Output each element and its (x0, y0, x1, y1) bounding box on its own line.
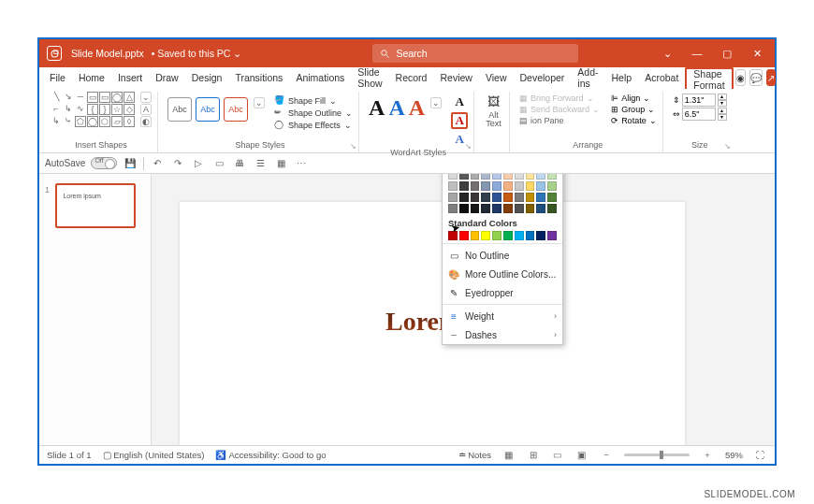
wordart-launcher[interactable]: ↘ (465, 142, 472, 151)
rotate-button[interactable]: ⟳Rotate ⌄ (611, 116, 657, 125)
color-swatch[interactable] (481, 204, 490, 213)
width-input[interactable] (682, 108, 716, 121)
color-swatch[interactable] (526, 231, 535, 240)
dashes-item[interactable]: ┄Dashes› (443, 325, 562, 344)
tab-insert[interactable]: Insert (111, 67, 149, 88)
qat-more[interactable]: ⋯ (294, 156, 309, 171)
eyedropper-item[interactable]: ✎Eyedropper (443, 283, 562, 302)
zoom-level[interactable]: 59% (725, 450, 743, 460)
selection-pane-button[interactable]: ▤ion Pane (519, 116, 600, 125)
reading-view-button[interactable]: ▭ (551, 449, 564, 462)
color-swatch[interactable] (515, 181, 524, 191)
color-swatch[interactable] (526, 174, 535, 180)
color-swatch[interactable] (547, 193, 557, 202)
tab-design[interactable]: Design (185, 67, 229, 88)
wordart-more[interactable]: ⌄ (430, 97, 442, 108)
autosave-toggle[interactable]: Off (91, 157, 117, 169)
color-swatch[interactable] (515, 193, 524, 202)
zoom-slider[interactable] (624, 454, 690, 456)
fit-to-window-button[interactable]: ⛶ (754, 449, 767, 462)
touch-mode-button[interactable]: ☰ (253, 156, 268, 171)
color-swatch[interactable] (448, 204, 458, 213)
redo-button[interactable]: ↷ (170, 156, 185, 171)
color-swatch[interactable] (536, 231, 545, 240)
color-swatch[interactable] (536, 181, 545, 191)
tab-slide-show[interactable]: Slide Show (351, 67, 388, 88)
tab-home[interactable]: Home (72, 67, 111, 88)
color-swatch[interactable] (481, 181, 490, 191)
align-button[interactable]: ⊫Align ⌄ (611, 94, 657, 103)
tab-transitions[interactable]: Transitions (228, 67, 289, 88)
shape-outline-button[interactable]: ✏Shape Outline ⌄ (274, 108, 353, 118)
more-colors-item[interactable]: 🎨More Outline Colors... (443, 265, 562, 283)
wordart-style-1[interactable]: A (369, 95, 385, 121)
color-swatch[interactable] (492, 174, 501, 180)
close-button[interactable]: ✕ (747, 43, 767, 64)
table-button[interactable]: ▦ (273, 156, 288, 171)
color-swatch[interactable] (547, 204, 557, 213)
color-swatch[interactable] (515, 204, 524, 213)
color-swatch[interactable] (536, 193, 545, 202)
tab-file[interactable]: File (43, 67, 72, 88)
slideshow-view-button[interactable]: ▣ (575, 449, 589, 462)
print-button[interactable]: 🖶 (232, 156, 247, 171)
text-box-button[interactable]: A (140, 104, 152, 115)
wordart-style-3[interactable]: A (409, 95, 425, 121)
color-swatch[interactable] (526, 204, 535, 213)
shape-style-2[interactable]: Abc (196, 97, 220, 122)
color-swatch[interactable] (547, 181, 557, 191)
color-swatch[interactable] (492, 204, 501, 213)
minimize-button[interactable]: — (687, 43, 707, 64)
color-swatch[interactable] (448, 174, 458, 180)
color-swatch[interactable] (503, 174, 513, 180)
wordart-style-2[interactable]: A (388, 95, 404, 121)
color-swatch[interactable] (526, 181, 535, 191)
size-launcher[interactable]: ↘ (724, 142, 731, 151)
color-swatch[interactable] (459, 174, 469, 180)
tab-shape-format[interactable]: Shape Format (685, 67, 733, 89)
height-down[interactable]: ▾ (718, 100, 727, 107)
tab-review[interactable]: Review (433, 67, 478, 88)
slide-thumbnails[interactable]: 1 Lorem ipsum (39, 174, 152, 445)
slide-canvas[interactable]: Lorem ip (180, 202, 685, 445)
height-up[interactable]: ▴ (718, 94, 727, 100)
color-swatch[interactable] (459, 181, 469, 191)
width-up[interactable]: ▴ (718, 108, 727, 114)
maximize-button[interactable]: ▢ (717, 43, 737, 64)
color-swatch[interactable] (471, 181, 480, 191)
text-outline-button[interactable]: A (451, 112, 468, 129)
shape-gallery[interactable]: ╲↘─▭▭◯△ ⌐↳∿{}☆◇ ↳⤷⬠◯⬡▱◊ (51, 92, 135, 127)
color-swatch[interactable] (503, 231, 513, 240)
color-swatch[interactable] (503, 204, 513, 213)
text-fill-button[interactable]: A (451, 94, 468, 110)
notes-button[interactable]: ≐ Notes (458, 450, 491, 460)
color-swatch[interactable] (492, 193, 501, 202)
tab-help[interactable]: Help (605, 67, 639, 88)
tab-draw[interactable]: Draw (149, 67, 185, 88)
tab-animations[interactable]: Animations (289, 67, 351, 88)
share-button[interactable]: ↗ (766, 69, 776, 86)
shape-styles-launcher[interactable]: ↘ (350, 142, 356, 151)
color-swatch[interactable] (547, 174, 557, 180)
width-down[interactable]: ▾ (718, 114, 727, 121)
color-swatch[interactable] (547, 231, 557, 240)
color-swatch[interactable] (448, 193, 458, 202)
shape-style-more[interactable]: ⌄ (254, 97, 265, 108)
shape-fill-button[interactable]: 🪣Shape Fill ⌄ (274, 95, 353, 106)
no-outline-item[interactable]: ▭No Outline (443, 246, 562, 265)
tab-acrobat[interactable]: Acrobat (638, 67, 685, 88)
color-swatch[interactable] (536, 174, 545, 180)
zoom-out-button[interactable]: − (600, 449, 613, 462)
tab-view[interactable]: View (479, 67, 514, 88)
tab-record[interactable]: Record (389, 67, 434, 88)
color-swatch[interactable] (471, 193, 480, 202)
ribbon-mode-button[interactable]: ⌄ (657, 43, 677, 64)
color-swatch[interactable] (471, 231, 480, 240)
shapes-more-button[interactable]: ⌄ (140, 92, 152, 103)
height-input[interactable] (682, 94, 716, 107)
shape-style-1[interactable]: Abc (167, 97, 192, 122)
record-circle-button[interactable]: ◉ (735, 69, 746, 86)
slide-thumb-1[interactable]: Lorem ipsum (55, 183, 136, 228)
color-swatch[interactable] (526, 193, 535, 202)
save-button[interactable]: 💾 (123, 156, 138, 171)
